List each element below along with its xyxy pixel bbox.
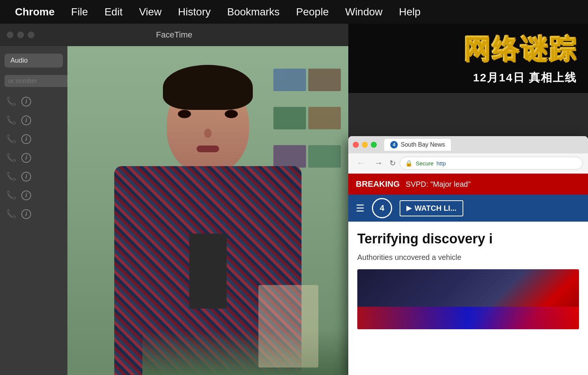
menu-bookmarks[interactable]: Bookmarks	[219, 0, 288, 24]
news-image	[357, 269, 579, 329]
movie-title-chinese: 网络谜踪	[463, 31, 577, 67]
facetime-body: Audio + 📞 i 📞 i 📞 i	[0, 46, 348, 375]
menu-window[interactable]: Window	[337, 0, 391, 24]
back-button[interactable]: ←	[354, 157, 368, 170]
secure-label: Secure	[416, 160, 434, 166]
facetime-sidebar: Audio + 📞 i 📞 i 📞 i	[0, 46, 67, 375]
info-icon[interactable]: i	[21, 209, 31, 219]
forward-button[interactable]: →	[372, 157, 386, 170]
facetime-panel: FaceTime Audio + 📞 i 📞 i	[0, 24, 348, 375]
phone-icon: 📞	[6, 153, 16, 163]
news-navbar: ☰ 4 ▶ WATCH LI...	[348, 195, 588, 222]
watch-live-button[interactable]: ▶ WATCH LI...	[400, 200, 463, 216]
info-icon[interactable]: i	[21, 190, 31, 200]
breaking-text: SVPD: "Major lead"	[406, 180, 470, 189]
contact-row: 📞 i	[0, 206, 67, 223]
info-icon[interactable]: i	[21, 116, 31, 125]
phone-icon: 📞	[6, 209, 16, 219]
browser-maximize-button[interactable]	[371, 142, 377, 148]
info-icon[interactable]: i	[21, 97, 31, 106]
movie-overlay: 网络谜踪 12月14日 真相上线	[348, 24, 588, 93]
channel-logo-small: 4	[390, 141, 398, 148]
phone-icon: 📞	[6, 134, 16, 144]
close-button[interactable]	[7, 32, 13, 38]
news-body: Terrifying discovery i Authorities uncov…	[348, 222, 588, 329]
facetime-titlebar: FaceTime	[0, 24, 348, 46]
maximize-button[interactable]	[28, 32, 34, 38]
channel-logo: 4	[372, 198, 392, 218]
tab-label: South Bay News	[401, 141, 445, 148]
browser-close-button[interactable]	[353, 142, 359, 148]
breaking-bar: BREAKING SVPD: "Major lead"	[348, 174, 588, 195]
hair	[163, 65, 253, 110]
traffic-lights	[7, 32, 34, 38]
news-subtext: Authorities uncovered a vehicle	[357, 252, 579, 262]
info-icon[interactable]: i	[21, 172, 31, 182]
phone-icon: 📞	[6, 172, 16, 182]
address-bar[interactable]: 🔒 Secure http	[400, 157, 583, 170]
info-icon[interactable]: i	[21, 134, 31, 144]
police-lights-effect	[357, 307, 579, 329]
face-shape	[167, 76, 249, 174]
number-row: +	[4, 75, 63, 87]
menu-bar: Chrome File Edit View History Bookmarks …	[0, 0, 588, 24]
content-area: FaceTime Audio + 📞 i 📞 i	[0, 24, 588, 375]
browser-toolbar: ← → ↻ 🔒 Secure http	[348, 153, 588, 173]
news-headline: Terrifying discovery i	[357, 231, 579, 247]
browser-window: 4 South Bay News ← → ↻ 🔒 Secure http BRE…	[348, 136, 588, 375]
phone-icon: 📞	[6, 116, 16, 125]
reload-button[interactable]: ↻	[390, 159, 396, 168]
contact-row: 📞 i	[0, 187, 67, 204]
menu-edit[interactable]: Edit	[96, 0, 131, 24]
play-icon: ▶	[406, 204, 412, 212]
facetime-title: FaceTime	[156, 30, 193, 40]
hamburger-icon[interactable]: ☰	[356, 202, 364, 214]
breaking-label: BREAKING	[356, 179, 400, 189]
lock-icon: 🔒	[405, 160, 413, 167]
contact-row: 📞 i	[0, 149, 67, 166]
watch-live-label: WATCH LI...	[415, 204, 457, 213]
menu-help[interactable]: Help	[391, 0, 429, 24]
menu-history[interactable]: History	[170, 0, 219, 24]
browser-content: BREAKING SVPD: "Major lead" ☰ 4 ▶ WATCH …	[348, 174, 588, 375]
contact-row: 📞 i	[0, 112, 67, 129]
menu-chrome[interactable]: Chrome	[7, 0, 63, 24]
browser-tab-bar: 4 South Bay News	[348, 136, 588, 153]
browser-chrome: 4 South Bay News ← → ↻ 🔒 Secure http	[348, 136, 588, 174]
browser-minimize-button[interactable]	[362, 142, 368, 148]
phone-icon: 📞	[6, 190, 16, 200]
minimize-button[interactable]	[17, 32, 24, 38]
browser-tab[interactable]: 4 South Bay News	[384, 139, 451, 151]
audio-button[interactable]: Audio	[4, 54, 63, 68]
contact-row: 📞 i	[0, 130, 67, 148]
contact-row: 📞 i	[0, 93, 67, 110]
menu-people[interactable]: People	[288, 0, 337, 24]
phone-icon: 📞	[6, 97, 16, 106]
contact-row: 📞 i	[0, 168, 67, 185]
menu-file[interactable]: File	[63, 0, 96, 24]
pillow	[258, 285, 318, 368]
facetime-video	[67, 46, 348, 375]
menu-view[interactable]: View	[131, 0, 170, 24]
movie-date: 12月14日 真相上线	[473, 70, 577, 86]
url-text: http	[437, 160, 446, 166]
info-icon[interactable]: i	[21, 153, 31, 163]
